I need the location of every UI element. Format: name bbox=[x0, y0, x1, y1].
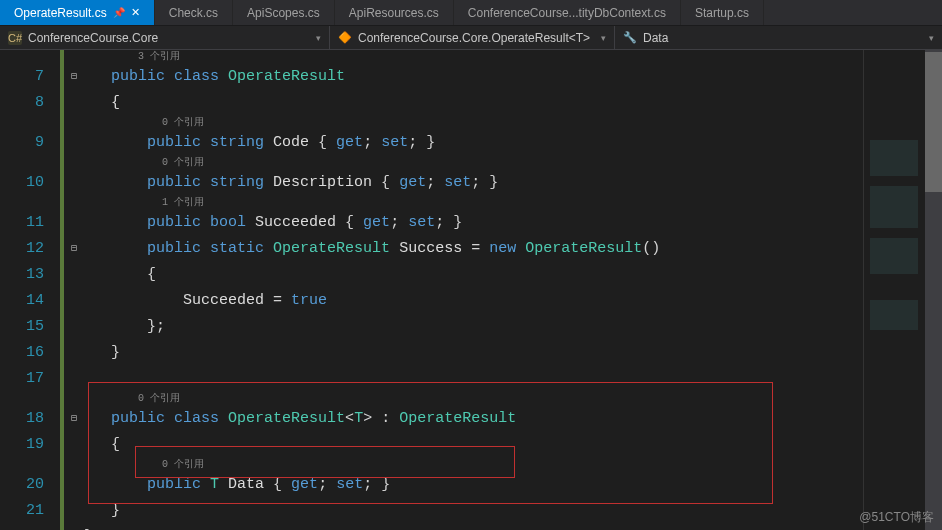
breadcrumb-member[interactable]: 🔧 Data ▾ bbox=[615, 26, 942, 49]
code-line: public class OperateResult bbox=[84, 64, 345, 90]
tab-startup[interactable]: Startup.cs bbox=[681, 0, 764, 25]
vertical-scrollbar[interactable] bbox=[925, 50, 942, 530]
wrench-icon: 🔧 bbox=[623, 31, 637, 45]
fold-icon[interactable]: ⊟ bbox=[64, 406, 84, 432]
line-number: 7 bbox=[0, 64, 60, 90]
csharp-icon: C# bbox=[8, 31, 22, 45]
close-icon[interactable]: ✕ bbox=[131, 6, 140, 19]
fold-icon[interactable]: ⊟ bbox=[64, 236, 84, 262]
pin-icon: 📌 bbox=[113, 7, 125, 18]
tab-apiresources[interactable]: ApiResources.cs bbox=[335, 0, 454, 25]
chevron-down-icon: ▾ bbox=[601, 33, 606, 43]
tab-operateresult[interactable]: OperateResult.cs 📌 ✕ bbox=[0, 0, 155, 25]
watermark: @51CTO博客 bbox=[859, 509, 934, 526]
tab-check[interactable]: Check.cs bbox=[155, 0, 233, 25]
fold-icon[interactable]: ⊟ bbox=[64, 64, 84, 90]
chevron-down-icon: ▾ bbox=[316, 33, 321, 43]
breadcrumb: C# ConferenceCourse.Core ▾ 🔶 ConferenceC… bbox=[0, 26, 942, 50]
minimap[interactable] bbox=[863, 50, 925, 530]
chevron-down-icon: ▾ bbox=[929, 33, 934, 43]
scroll-thumb[interactable] bbox=[925, 52, 942, 192]
breadcrumb-project[interactable]: C# ConferenceCourse.Core ▾ bbox=[0, 26, 330, 49]
code-editor[interactable]: 3 个引用 7⊟ public class OperateResult 8 { … bbox=[0, 50, 863, 530]
tab-apiscopes[interactable]: ApiScopes.cs bbox=[233, 0, 335, 25]
class-icon: 🔶 bbox=[338, 31, 352, 45]
tab-label: OperateResult.cs bbox=[14, 6, 107, 20]
tab-dbcontext[interactable]: ConferenceCourse...tityDbContext.cs bbox=[454, 0, 681, 25]
breadcrumb-type[interactable]: 🔶 ConferenceCourse.Core.OperateResult<T>… bbox=[330, 26, 615, 49]
editor-tabs: OperateResult.cs 📌 ✕ Check.cs ApiScopes.… bbox=[0, 0, 942, 26]
